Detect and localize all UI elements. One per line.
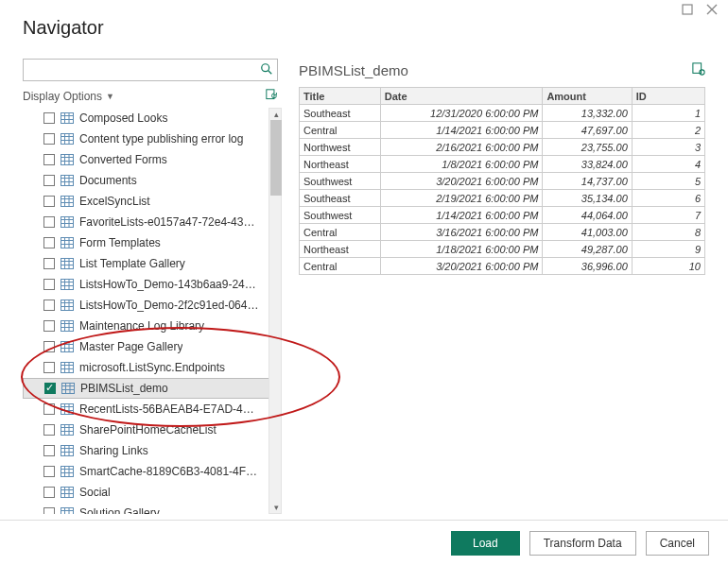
checkbox[interactable] <box>43 320 55 332</box>
checkbox[interactable] <box>43 112 55 124</box>
table-icon <box>61 196 74 207</box>
table-row[interactable]: Southwest3/20/2021 6:00:00 PM14,737.005 <box>300 173 705 190</box>
tree-item[interactable]: ExcelSyncList <box>23 191 274 212</box>
checkbox[interactable] <box>43 216 55 228</box>
table-cell: Northwest <box>300 139 381 156</box>
checkbox[interactable] <box>43 507 55 514</box>
display-options-dropdown[interactable]: Display Options ▼ <box>23 90 114 103</box>
table-icon <box>61 383 75 394</box>
search-icon[interactable] <box>256 62 277 78</box>
close-icon[interactable] <box>705 4 719 17</box>
tree-item[interactable]: Content type publishing error log <box>23 128 274 149</box>
tree-item[interactable]: Form Templates <box>23 232 274 253</box>
dialog-title: Navigator <box>0 0 728 48</box>
preview-refresh-icon[interactable] <box>692 62 705 78</box>
checkbox[interactable] <box>43 424 55 436</box>
svg-rect-39 <box>61 259 74 269</box>
table-row[interactable]: Southeast2/19/2021 6:00:00 PM35,134.006 <box>300 190 705 207</box>
checkbox[interactable] <box>43 403 55 415</box>
table-row[interactable]: Northeast1/8/2021 6:00:00 PM33,824.004 <box>300 156 705 173</box>
table-row[interactable]: Southwest1/14/2021 6:00:00 PM44,064.007 <box>300 207 705 224</box>
tree-item[interactable]: Social <box>23 482 274 503</box>
table-cell: 33,824.00 <box>543 156 632 173</box>
table-row[interactable]: Central3/16/2021 6:00:00 PM41,003.008 <box>300 224 705 241</box>
navigator-tree[interactable]: Composed LooksContent type publishing er… <box>23 108 274 514</box>
column-header[interactable]: Title <box>300 88 381 105</box>
transform-data-button[interactable]: Transform Data <box>529 531 636 556</box>
tree-item[interactable]: ListsHowTo_Demo-143b6aa9-2413-46... <box>23 274 274 295</box>
table-icon <box>61 112 74 124</box>
table-row[interactable]: Central1/14/2021 6:00:00 PM47,697.002 <box>300 122 705 139</box>
table-icon <box>61 487 74 498</box>
tree-item[interactable]: SmartCache-8189C6B3-4081-4F62-901... <box>23 461 274 482</box>
tree-item[interactable]: Maintenance Log Library <box>23 316 274 336</box>
checkbox[interactable] <box>43 175 55 186</box>
tree-item[interactable]: FavoriteLists-e0157a47-72e4-43c1-bfd... <box>23 212 274 232</box>
table-row[interactable]: Northwest2/16/2021 6:00:00 PM23,755.003 <box>300 139 705 156</box>
checkbox[interactable] <box>43 237 55 248</box>
svg-rect-59 <box>61 342 74 352</box>
svg-point-1 <box>262 63 269 71</box>
search-input[interactable] <box>24 60 256 80</box>
tree-item[interactable]: microsoft.ListSync.Endpoints <box>23 357 274 378</box>
table-icon <box>61 362 74 373</box>
tree-scrollbar[interactable]: ▴ ▾ <box>269 108 282 514</box>
tree-item[interactable]: List Template Gallery <box>23 253 274 274</box>
table-icon <box>61 466 74 477</box>
svg-rect-19 <box>61 176 74 186</box>
svg-rect-9 <box>61 134 74 145</box>
tree-item-label: Content type publishing error log <box>79 132 243 146</box>
tree-item[interactable]: ListsHowTo_Demo-2f2c91ed-064b-499... <box>23 295 274 316</box>
checkbox[interactable] <box>44 383 56 394</box>
table-row[interactable]: Southeast12/31/2020 6:00:00 PM13,332.001 <box>300 105 705 122</box>
checkbox[interactable] <box>43 487 55 498</box>
tree-item[interactable]: PBIMSList_demo <box>23 378 274 399</box>
table-icon <box>61 175 74 186</box>
checkbox[interactable] <box>43 154 55 165</box>
checkbox[interactable] <box>43 258 55 269</box>
checkbox[interactable] <box>43 133 55 145</box>
tree-item[interactable]: Converted Forms <box>23 149 274 170</box>
svg-rect-49 <box>61 300 74 311</box>
maximize-icon[interactable] <box>681 4 694 17</box>
table-icon <box>61 279 74 290</box>
svg-rect-24 <box>61 197 74 207</box>
checkbox[interactable] <box>43 445 55 456</box>
checkbox[interactable] <box>43 466 55 477</box>
checkbox[interactable] <box>43 196 55 207</box>
preview-pane: PBIMSList_demo TitleDateAmountIDSoutheas… <box>291 55 728 514</box>
checkbox[interactable] <box>43 300 55 311</box>
table-cell: 3/16/2021 6:00:00 PM <box>380 224 543 241</box>
svg-rect-79 <box>61 425 74 436</box>
tree-item[interactable]: RecentLists-56BAEAB4-E7AD-4E59-B9... <box>23 399 274 419</box>
navigator-left-pane: Display Options ▼ Composed LooksContent … <box>0 55 291 514</box>
table-cell: 3/20/2021 6:00:00 PM <box>380 173 543 190</box>
table-icon <box>61 320 74 332</box>
table-cell: 14,737.00 <box>543 173 632 190</box>
svg-rect-94 <box>61 488 74 498</box>
scrollbar-thumb[interactable] <box>270 120 282 196</box>
checkbox[interactable] <box>43 362 55 373</box>
column-header[interactable]: ID <box>632 88 704 105</box>
column-header[interactable]: Date <box>380 88 543 105</box>
checkbox[interactable] <box>43 279 55 290</box>
tree-item[interactable]: SharePointHomeCacheList <box>23 419 274 440</box>
table-row[interactable]: Northeast1/18/2021 6:00:00 PM49,287.009 <box>300 241 705 258</box>
refresh-icon[interactable] <box>266 89 278 104</box>
table-row[interactable]: Central3/20/2021 6:00:00 PM36,996.0010 <box>300 258 705 275</box>
checkbox[interactable] <box>43 341 55 352</box>
column-header[interactable]: Amount <box>543 88 632 105</box>
tree-item[interactable]: Composed Looks <box>23 108 274 128</box>
tree-item-label: PBIMSList_demo <box>80 382 168 395</box>
tree-item[interactable]: Solution Gallery <box>23 503 274 514</box>
cancel-button[interactable]: Cancel <box>646 531 709 556</box>
search-box[interactable] <box>23 59 278 81</box>
tree-item[interactable]: Master Page Gallery <box>23 336 274 357</box>
table-cell: 2 <box>632 122 704 139</box>
table-cell: 7 <box>632 207 704 224</box>
tree-item[interactable]: Documents <box>23 170 274 191</box>
tree-item[interactable]: Sharing Links <box>23 440 274 461</box>
load-button[interactable]: Load <box>451 531 520 556</box>
scroll-down-icon[interactable]: ▾ <box>269 502 283 513</box>
scroll-up-icon[interactable]: ▴ <box>269 109 283 120</box>
